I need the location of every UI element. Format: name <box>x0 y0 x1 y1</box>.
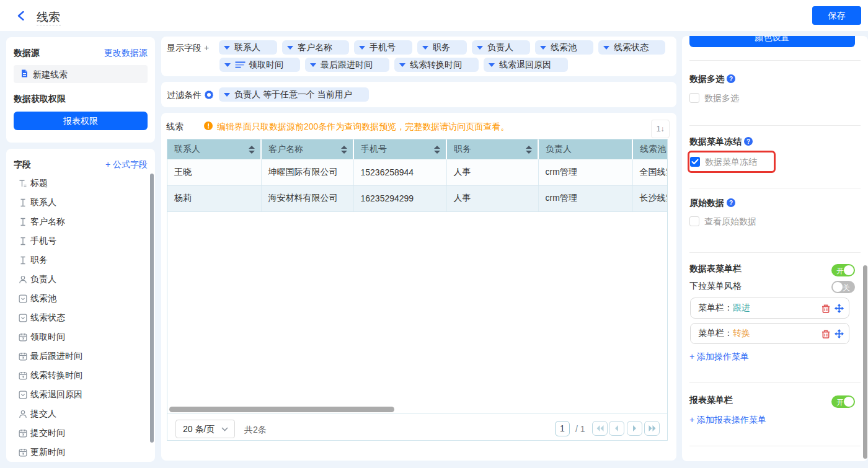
svg-text:?: ? <box>746 138 750 145</box>
svg-text:?: ? <box>729 200 733 206</box>
svg-text:?: ? <box>729 76 733 82</box>
